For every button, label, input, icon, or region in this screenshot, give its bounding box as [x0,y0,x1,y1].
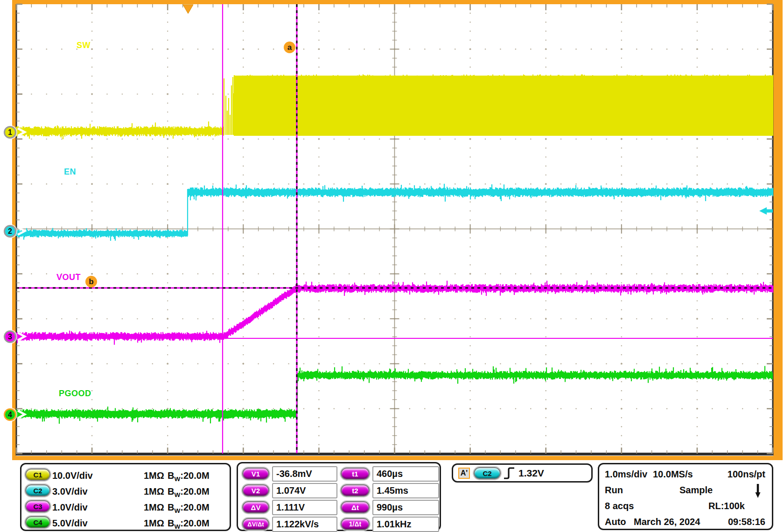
rising-edge-icon [503,466,516,480]
cursor-dt-value: 990µs [372,500,439,515]
channel3-bandwidth: BW:20.0M [168,502,210,514]
cursor-a-marker[interactable]: a [284,42,295,53]
cursor-t1-button[interactable]: t1 [341,468,370,480]
channel3-button-label: C3 [33,503,42,511]
cursor-dv-button[interactable]: ΔV [242,501,269,513]
timebase-scale: 1.0ms/div [605,469,647,480]
channel3-marker-label: 3 [8,333,12,341]
acquisition-mode: Sample [679,485,713,496]
channel1-marker-label: 1 [8,128,12,137]
cursor-v2-label: V2 [252,487,260,495]
cursor-1dt-button[interactable]: 1/Δt [341,518,370,530]
cursor-t1-label: t1 [352,470,358,478]
channel4-bandwidth: BW:20.0M [168,518,210,530]
cursor-t2-value: 1.45ms [372,483,439,498]
cursor-dv-value: 1.111V [272,500,337,515]
channel2-marker-label: 2 [8,227,12,236]
channel4-button[interactable]: C4 [25,516,50,528]
channel1-bandwidth: BW:20.0M [168,470,210,483]
channel2-button[interactable]: C2 [25,484,50,497]
trigger-mode: Auto [605,517,626,527]
record-length: RL:100k [708,501,745,511]
trigger-level-value: 1.32V [518,468,544,479]
channel2-impedance: 1MΩ [144,486,164,497]
label-sw: SW [77,41,91,50]
cursor-t2-label: t2 [352,487,358,495]
trigger-source-button[interactable]: C2 [474,467,501,479]
channel2-button-label: C2 [33,487,42,495]
cursor-v2-button[interactable]: V2 [242,484,269,497]
trigger-bus-badge[interactable]: A' [458,468,470,479]
channel2-bandwidth: BW:20.0M [168,486,210,498]
cursor-v1-button[interactable]: V1 [242,468,269,480]
cursor-b-marker[interactable]: b [85,276,97,287]
cursor-v1-label: V1 [252,470,260,478]
label-en: EN [64,167,76,177]
sample-rate: 10.0MS/s [653,469,693,480]
run-state: Run [605,485,623,496]
cursor-dt-button[interactable]: Δt [341,501,370,513]
cursor-dvdt-label: ΔV/Δt [247,521,264,528]
cursor-a-letter: a [287,43,292,52]
cursor-v2-value: 1.074V [272,483,337,498]
channel3-button[interactable]: C3 [25,500,50,512]
channel4-marker-label: 4 [8,411,12,419]
label-pgood: PGOOD [59,389,91,399]
temperature-icon [754,483,762,499]
cursor-dv-label: ΔV [251,504,261,511]
channel4-scale: 5.0V/div [52,518,88,529]
channel4-button-label: C4 [33,518,42,526]
channel3-impedance: 1MΩ [144,502,164,513]
cursor-v1-value: -36.8mV [272,466,337,482]
trigger-settings-box[interactable]: A' C2 1.32V [452,463,593,483]
cursor-dvdt-button[interactable]: ΔV/Δt [242,518,269,530]
channel4-impedance: 1MΩ [144,518,164,529]
time-display: 09:58:16 [728,517,765,527]
channel1-marker[interactable]: 1 [4,126,16,139]
acquisition-count: 8 acqs [605,501,634,511]
cursor-dt-label: Δt [351,504,359,511]
channel3-scale: 1.0V/div [52,502,88,513]
cursor-b-letter: b [89,277,93,287]
cursor-dvdt-value: 1.122kV/s [272,517,337,532]
channel1-scale: 10.0V/div [52,470,93,481]
channel2-marker[interactable]: 2 [4,225,16,238]
channel3-marker[interactable]: 3 [4,330,16,343]
channel4-marker[interactable]: 4 [4,408,16,421]
channel1-impedance: 1MΩ [144,470,164,481]
channel2-scale: 3.0V/div [52,486,88,497]
cursor-1dt-label: 1/Δt [349,520,361,528]
acquisition-box[interactable]: 1.0ms/div 10.0MS/s 100ns/pt Run Sample 8… [598,463,773,530]
oscilloscope-screen: 1 2 3 4 SW EN VOUT PGOOD a b C1 C2 C3 C4… [0,0,784,532]
date-display: March 26, 2024 [634,517,700,527]
label-vout: VOUT [56,273,81,282]
channel1-button[interactable]: C1 [25,469,50,481]
cursor-1dt-value: 1.01kHz [372,517,439,532]
channel-settings-box[interactable]: C1 C2 C3 C4 10.0V/div 3.0V/div 1.0V/div … [20,463,231,531]
sample-resolution: 100ns/pt [728,469,765,480]
cursor-readout-box[interactable]: V1 V2 ΔV ΔV/Δt -36.8mV 1.074V 1.111V 1.1… [237,462,441,531]
trigger-source-label: C2 [483,469,491,477]
cursor-t2-button[interactable]: t2 [341,484,370,497]
cursor-t1-value: 460µs [372,466,439,482]
waveform-display [0,0,784,460]
channel1-button-label: C1 [33,471,42,479]
